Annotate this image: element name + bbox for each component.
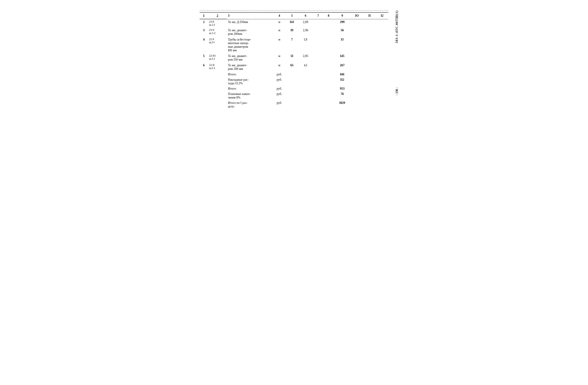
- cell-1-0: 3: [200, 27, 208, 37]
- summary-col2-2: [208, 86, 227, 91]
- cell-0-9: [351, 19, 363, 27]
- summary-empty2-2-9: [351, 86, 363, 91]
- summary-label-2: Итого:: [227, 86, 273, 91]
- cell-4-4: 65: [286, 63, 298, 72]
- summary-value-0: 84I: [334, 72, 351, 77]
- cell-1-7: [323, 27, 334, 37]
- cell-4-11: [376, 63, 388, 72]
- summary-empty-4-6: [313, 100, 323, 109]
- cell-3-9: [351, 53, 363, 63]
- page-container: I 2 3 4 5 6 7 8 9 IO II I2 223-8 ш.2-IТо…: [200, 10, 388, 109]
- summary-empty2-1-10: [363, 77, 376, 86]
- summary-empty2-2-11: [376, 86, 388, 91]
- cell-2-5: I,8: [298, 37, 313, 53]
- summary-empty2-4-9: [351, 100, 363, 109]
- cell-4-6: [313, 63, 323, 72]
- cell-0-2: То же, Д-I50мм: [227, 19, 273, 27]
- summary-row: Плановые накоп- ления 8%руб.76: [200, 91, 388, 100]
- side-label-right: 503-1-4ТС.86ТШ(1): [395, 10, 399, 43]
- cell-2-10: [363, 37, 376, 53]
- cell-1-8: 56: [334, 27, 351, 37]
- summary-empty2-3-11: [376, 91, 388, 100]
- summary-unit-2: руб.: [273, 86, 286, 91]
- cell-0-10: [363, 19, 376, 27]
- cell-0-4: I43: [286, 19, 298, 27]
- summary-col2-0: [208, 72, 227, 77]
- summary-empty-0-5: [298, 72, 313, 77]
- col-header-8: 8: [323, 12, 334, 19]
- summary-empty-2-7: [323, 86, 334, 91]
- summary-empty-3-5: [298, 91, 313, 100]
- summary-empty2-3-9: [351, 91, 363, 100]
- cell-3-3: м: [273, 53, 286, 63]
- col-header-10: IO: [351, 12, 363, 19]
- cell-4-5: 4,I: [298, 63, 313, 72]
- cell-4-1: 22-II ш.I-3: [208, 63, 227, 72]
- summary-empty-1-6: [313, 77, 323, 86]
- cell-1-1: 23-9 ш.2-2: [208, 27, 227, 37]
- cell-1-5: 2,96: [298, 27, 313, 37]
- summary-empty-1-5: [298, 77, 313, 86]
- summary-col2-1: [208, 77, 227, 86]
- summary-value-2: 953: [334, 86, 351, 91]
- summary-empty-3-4: [286, 91, 298, 100]
- cell-4-3: м: [273, 63, 286, 72]
- cell-1-6: [313, 27, 323, 37]
- summary-empty-2-4: [286, 86, 298, 91]
- cell-2-3: м: [273, 37, 286, 53]
- col-header-6: 6: [298, 12, 313, 19]
- summary-value-4: I029: [334, 100, 351, 109]
- cell-4-0: 6: [200, 63, 208, 72]
- table-row: 422-9 ш.I-IТрубы асбестоце- ментные напо…: [200, 37, 388, 53]
- col-header-9: 9: [334, 12, 351, 19]
- summary-unit-0: руб.: [273, 72, 286, 77]
- summary-empty-0-4: [286, 72, 298, 77]
- cell-1-2: То же, диамет- ром 200мм: [227, 27, 273, 37]
- summary-value-1: II2: [334, 77, 351, 86]
- summary-empty2-0-10: [363, 72, 376, 77]
- cell-1-11: [376, 27, 388, 37]
- cell-0-7: [323, 19, 334, 27]
- summary-empty-3-6: [313, 91, 323, 100]
- summary-empty-3-7: [323, 91, 334, 100]
- summary-empty-2-5: [298, 86, 313, 91]
- cell-0-8: 299: [334, 19, 351, 27]
- cell-2-8: I3: [334, 37, 351, 53]
- summary-col2-3: [208, 91, 227, 100]
- cell-4-9: [351, 63, 363, 72]
- cell-3-11: [376, 53, 388, 63]
- cell-1-9: [351, 27, 363, 37]
- table-row: 323-9 ш.2-2То же, диамет- ром 200мммI92,…: [200, 27, 388, 37]
- summary-empty-4-4: [286, 100, 298, 109]
- col-header-3: 3: [227, 12, 273, 19]
- col-header-5: 5: [286, 12, 298, 19]
- summary-empty2-4-11: [376, 100, 388, 109]
- summary-row: Итого по I раз- делу:руб.I029: [200, 100, 388, 109]
- cell-2-4: 7: [286, 37, 298, 53]
- cell-4-8: 267: [334, 63, 351, 72]
- summary-unit-4: руб.: [273, 100, 286, 109]
- cell-2-9: [351, 37, 363, 53]
- cell-1-3: м: [273, 27, 286, 37]
- summary-col1-0: [200, 72, 208, 77]
- col-header-7: 7: [313, 12, 323, 19]
- cell-4-2: То же, диамет- ром 200 мм: [227, 63, 273, 72]
- cell-2-2: Трубы асбестоце- ментные напор- ные диам…: [227, 37, 273, 53]
- cell-3-4: 5I: [286, 53, 298, 63]
- summary-empty2-3-10: [363, 91, 376, 100]
- summary-empty2-4-10: [363, 100, 376, 109]
- cell-0-0: 2: [200, 19, 208, 27]
- cell-2-1: 22-9 ш.I-I: [208, 37, 227, 53]
- summary-empty2-0-9: [351, 72, 363, 77]
- cell-4-7: [323, 63, 334, 72]
- summary-empty-1-4: [286, 77, 298, 86]
- summary-label-4: Итого по I раз- делу:: [227, 100, 273, 109]
- summary-label-1: Накладные рас- ходы I3,3%: [227, 77, 273, 86]
- summary-col2-4: [208, 100, 227, 109]
- cell-2-11: [376, 37, 388, 53]
- cell-0-5: 2,09: [298, 19, 313, 27]
- cell-3-7: [323, 53, 334, 63]
- table-header-row: I 2 3 4 5 6 7 8 9 IO II I2: [200, 12, 388, 19]
- summary-row: Накладные рас- ходы I3,3%руб.II2: [200, 77, 388, 86]
- col-header-11: II: [363, 12, 376, 19]
